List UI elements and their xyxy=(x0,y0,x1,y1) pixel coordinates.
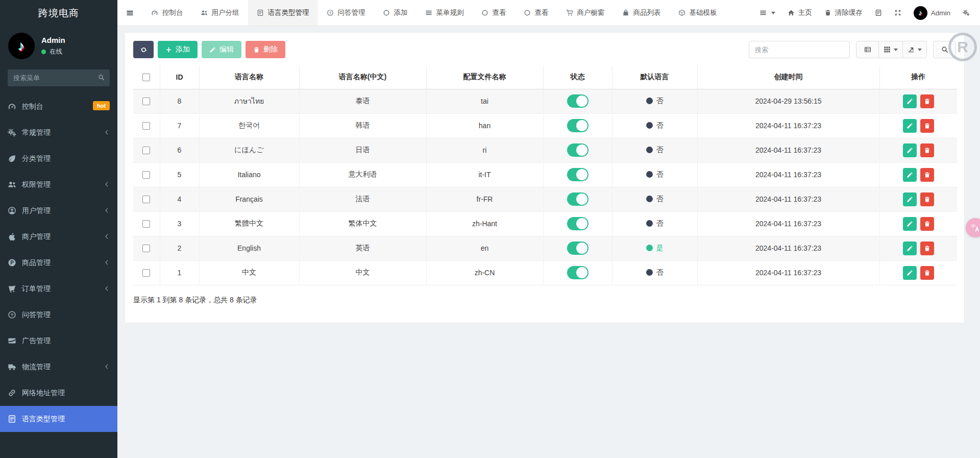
cell-id: 5 xyxy=(160,162,199,187)
tab-查看[interactable]: 查看 xyxy=(473,0,515,26)
users-icon xyxy=(201,9,208,16)
tab-用户分组[interactable]: 用户分组 xyxy=(192,0,248,26)
fullscreen-button[interactable] xyxy=(894,9,901,16)
edit-button[interactable]: 编辑 xyxy=(202,41,241,58)
brand-logo: 跨境电商 xyxy=(0,0,117,26)
table-row: 8ภาษาไทย泰语tai否2024-04-29 13:56:15 xyxy=(133,89,957,113)
cell-language-name-cn: 意大利语 xyxy=(299,162,426,187)
cell-language-name-cn: 中文 xyxy=(299,260,426,285)
user-avatar-tiktok-icon: ♪ xyxy=(8,33,35,59)
sidebar-item-订单管理[interactable]: 订单管理 xyxy=(0,276,117,302)
chevron-left-icon xyxy=(104,364,110,370)
caret-down-icon xyxy=(918,49,922,51)
tab-添加[interactable]: 添加 xyxy=(374,0,416,26)
delete-button[interactable]: 删除 xyxy=(246,41,285,58)
row-edit-button[interactable] xyxy=(903,217,917,231)
sidebar-item-分类管理[interactable]: 分类管理 xyxy=(0,146,117,172)
cell-id: 6 xyxy=(160,138,199,162)
sidebar-item-语言类型管理[interactable]: 语言类型管理 xyxy=(0,406,117,432)
default-language-label: 否 xyxy=(656,195,664,204)
sidebar-item-商户管理[interactable]: 商户管理 xyxy=(0,224,117,250)
add-button[interactable]: 添加 xyxy=(158,41,198,58)
settings-button[interactable] xyxy=(963,9,970,16)
default-language-label: 否 xyxy=(656,146,664,155)
cell-id: 2 xyxy=(160,236,199,260)
table-search-input[interactable] xyxy=(749,41,850,58)
cell-id: 1 xyxy=(160,260,199,285)
cell-language-name: Italiano xyxy=(199,162,299,187)
row-checkbox[interactable] xyxy=(142,171,150,179)
sidebar-search-input[interactable] xyxy=(8,69,110,86)
row-checkbox[interactable] xyxy=(142,122,150,130)
langfile-icon xyxy=(257,9,264,16)
row-delete-button[interactable] xyxy=(920,143,934,157)
sidebar-item-控制台[interactable]: 控制台hot xyxy=(0,93,117,119)
home-button[interactable]: 主页 xyxy=(788,8,812,17)
row-delete-button[interactable] xyxy=(920,192,934,206)
row-edit-button[interactable] xyxy=(903,168,917,182)
status-toggle[interactable] xyxy=(567,242,589,255)
tab-问答管理[interactable]: ?问答管理 xyxy=(318,0,374,26)
export-dropdown-button[interactable] xyxy=(902,41,927,58)
status-toggle[interactable] xyxy=(567,266,589,279)
chevron-left-icon xyxy=(104,233,110,239)
status-toggle[interactable] xyxy=(567,192,589,206)
select-all-checkbox[interactable] xyxy=(142,74,150,81)
floating-translate-button[interactable]: 中 xyxy=(966,218,980,237)
cell-language-name-cn: 泰语 xyxy=(299,89,426,113)
sidebar-item-商品管理[interactable]: P商品管理 xyxy=(0,250,117,276)
cell-language-name-cn: 日语 xyxy=(299,138,426,162)
sidebar-item-网络地址管理[interactable]: 网络地址管理 xyxy=(0,380,117,406)
row-checkbox[interactable] xyxy=(142,269,150,277)
user-menu[interactable]: ♪ Admin xyxy=(914,6,950,20)
sidebar-item-权限管理[interactable]: 权限管理 xyxy=(0,172,117,198)
row-checkbox[interactable] xyxy=(142,147,150,154)
tab-商品列表[interactable]: 商品列表 xyxy=(614,0,670,26)
row-checkbox[interactable] xyxy=(142,245,150,252)
status-toggle[interactable] xyxy=(567,143,589,157)
nav-list-dropdown[interactable] xyxy=(760,9,775,16)
sidebar-item-常规管理[interactable]: 常规管理 xyxy=(0,119,117,146)
row-edit-button[interactable] xyxy=(903,192,917,206)
tab-控制台[interactable]: 控制台 xyxy=(142,0,192,26)
clear-cache-button[interactable]: 清除缓存 xyxy=(824,8,863,17)
tab-菜单规则[interactable]: 菜单规则 xyxy=(416,0,473,26)
row-edit-button[interactable] xyxy=(903,119,917,133)
row-checkbox[interactable] xyxy=(142,220,150,228)
row-delete-button[interactable] xyxy=(920,119,934,133)
table-row: 3繁體中文繁体中文zh-Hant否2024-04-11 16:37:23 xyxy=(133,211,957,236)
row-checkbox[interactable] xyxy=(142,196,150,203)
status-toggle[interactable] xyxy=(567,119,589,132)
caret-down-icon xyxy=(894,49,898,51)
row-delete-button[interactable] xyxy=(920,94,934,108)
sidebar-item-物流管理[interactable]: 物流管理 xyxy=(0,354,117,380)
tab-基础模板[interactable]: 基础模板 xyxy=(670,0,726,26)
circle-icon xyxy=(524,9,531,16)
status-toggle[interactable] xyxy=(567,94,589,108)
sidebar-item-用户管理[interactable]: 用户管理 xyxy=(0,198,117,224)
row-delete-button[interactable] xyxy=(920,266,934,280)
columns-dropdown-button[interactable] xyxy=(878,41,903,58)
sidebar-item-问答管理[interactable]: ?问答管理 xyxy=(0,302,117,328)
tab-语言类型管理[interactable]: 语言类型管理 xyxy=(248,0,318,26)
tab-商户橱窗[interactable]: 商户橱窗 xyxy=(557,0,614,26)
status-toggle[interactable] xyxy=(567,217,589,230)
tab-查看[interactable]: 查看 xyxy=(515,0,557,26)
row-edit-button[interactable] xyxy=(903,143,917,157)
row-edit-button[interactable] xyxy=(903,242,917,255)
row-edit-button[interactable] xyxy=(903,94,917,108)
row-delete-button[interactable] xyxy=(920,217,934,231)
row-delete-button[interactable] xyxy=(920,242,934,255)
sidebar-item-广告管理[interactable]: 广告管理 xyxy=(0,328,117,354)
row-edit-button[interactable] xyxy=(903,266,917,280)
hamburger-menu-icon[interactable] xyxy=(117,0,142,26)
detail-view-button[interactable] xyxy=(856,41,879,58)
ordercart-icon xyxy=(8,284,16,293)
refresh-button[interactable] xyxy=(133,41,154,58)
fullscreen-icon xyxy=(894,9,901,16)
status-toggle[interactable] xyxy=(567,168,589,181)
translate-button[interactable] xyxy=(875,9,882,16)
row-checkbox[interactable] xyxy=(142,98,150,105)
row-delete-button[interactable] xyxy=(920,168,934,182)
svg-text:P: P xyxy=(10,260,14,266)
